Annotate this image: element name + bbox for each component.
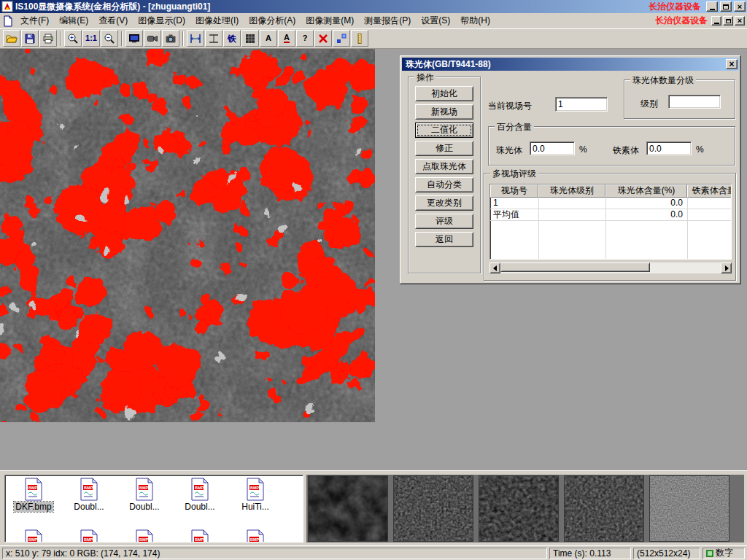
bmp-file-icon: [80, 478, 98, 501]
pearlite-percent-input[interactable]: [530, 141, 575, 155]
table-hscrollbar: [489, 262, 732, 273]
scrollbar-thumb[interactable]: [500, 262, 650, 272]
print-button[interactable]: [39, 30, 57, 47]
pearlite-dialog: 珠光体(GB/T9441-88) × 操作 初始化 新视场 二值化 修正 点取珠…: [400, 55, 741, 284]
mode-label: 数字: [716, 548, 733, 559]
help-button[interactable]: ?: [296, 30, 314, 47]
col-pearlite-grade[interactable]: 珠光体级别: [538, 184, 605, 198]
thumbnail-4[interactable]: [564, 475, 644, 542]
grading-table: 视场号 珠光体级别 珠光体含量(%) 铁素体含量(%) 1 0.0: [489, 184, 732, 260]
file-item-partial[interactable]: [62, 529, 116, 542]
file-item-partial[interactable]: [7, 529, 61, 542]
delete-annotation-button[interactable]: [314, 30, 332, 47]
minimize-button[interactable]: [706, 1, 718, 12]
grid-overlay-button[interactable]: [241, 30, 259, 47]
snapshot-button[interactable]: [162, 30, 179, 47]
ferrite-percent-input[interactable]: [646, 141, 692, 155]
menu-image-analysis[interactable]: 图像分析(A): [244, 13, 301, 28]
bmp-file-icon: [80, 529, 98, 542]
level-input[interactable]: [668, 95, 721, 109]
grade-button[interactable]: 评级: [415, 214, 473, 229]
menu-help[interactable]: 帮助(H): [455, 13, 495, 28]
bmp-file-icon: [24, 478, 43, 501]
file-item[interactable]: DKF.bmp: [7, 478, 61, 512]
file-item[interactable]: Doubl...: [62, 478, 116, 512]
col-ferrite-content[interactable]: 铁素体含量(%): [687, 184, 731, 198]
bmp-file-icon: [246, 529, 265, 542]
open-button[interactable]: [3, 30, 20, 47]
preview-button[interactable]: [125, 30, 143, 47]
table-header-row: 视场号 珠光体级别 珠光体含量(%) 铁素体含量(%): [490, 184, 731, 198]
marker-tool-button[interactable]: [333, 30, 350, 47]
pick-pearlite-button[interactable]: 点取珠光体: [415, 159, 473, 174]
col-field-number[interactable]: 视场号: [490, 184, 538, 198]
thumbnail-3[interactable]: [479, 475, 559, 542]
thumbnail-2[interactable]: [393, 475, 473, 542]
menu-image-processing[interactable]: 图像处理(I): [190, 13, 244, 28]
thumbnail-5[interactable]: [649, 475, 729, 542]
save-button[interactable]: [21, 30, 39, 47]
current-field-input[interactable]: [555, 97, 608, 112]
file-item-partial[interactable]: [117, 529, 171, 542]
caliper-measure-button[interactable]: [187, 30, 204, 47]
multi-field-group-label: 多视场评级: [490, 168, 538, 180]
menu-settings[interactable]: 设置(S): [416, 13, 455, 28]
dialog-close-button[interactable]: ×: [726, 59, 738, 69]
file-name: HuiTi...: [240, 502, 271, 512]
menu-edit[interactable]: 编辑(E): [54, 13, 93, 28]
grade-group: 珠光体数量分级 级别: [624, 79, 735, 119]
dialog-title-bar[interactable]: 珠光体(GB/T9441-88) ×: [402, 58, 739, 71]
font-a-underline-icon: A: [284, 34, 290, 43]
new-field-button[interactable]: 新视场: [415, 104, 473, 120]
document-icon[interactable]: [2, 15, 14, 27]
file-item-partial[interactable]: [228, 529, 282, 542]
mode-panel: 数字: [703, 548, 745, 559]
menu-measure-report[interactable]: 测量报告(P): [359, 13, 416, 28]
micrograph-image[interactable]: [0, 49, 375, 422]
table-row[interactable]: 平均值 0.0: [490, 209, 731, 221]
text-style-button[interactable]: A: [278, 30, 295, 47]
file-item-partial[interactable]: [173, 529, 227, 542]
menu-image-measure[interactable]: 图像测量(M): [301, 13, 359, 28]
cell-pearlite: 0.0: [605, 209, 687, 220]
file-item[interactable]: Doubl...: [117, 478, 171, 512]
font-a-icon: A: [266, 34, 271, 42]
vernier-measure-button[interactable]: [205, 30, 222, 47]
col-pearlite-content[interactable]: 珠光体含量(%): [605, 184, 687, 198]
change-class-button[interactable]: 更改类别: [415, 195, 473, 211]
operations-group: 操作 初始化 新视场 二值化 修正 点取珠光体 自动分类 更改类别 评级 返回: [408, 77, 481, 273]
ruler-button[interactable]: [351, 30, 368, 47]
return-button[interactable]: 返回: [415, 232, 473, 247]
menu-view[interactable]: 查看(V): [93, 13, 133, 28]
table-row[interactable]: 1 0.0: [490, 198, 731, 209]
toolbar-separator: [182, 31, 184, 46]
close-button[interactable]: ×: [734, 1, 746, 12]
menu-image-display[interactable]: 图像显示(D): [133, 13, 190, 28]
mdi-minimize-button[interactable]: [711, 16, 721, 26]
ferrite-unit: %: [696, 144, 704, 155]
scroll-right-button[interactable]: [721, 262, 732, 273]
file-name: Doubl...: [183, 502, 216, 512]
init-button[interactable]: 初始化: [415, 86, 473, 101]
maximize-button[interactable]: [720, 1, 732, 12]
thumbnail-1[interactable]: [308, 475, 388, 542]
ferrite-label: 铁素体: [613, 144, 639, 157]
auto-classify-button[interactable]: 自动分类: [415, 177, 473, 192]
zoom-out-button[interactable]: [101, 30, 118, 47]
pearlite-unit: %: [579, 144, 587, 155]
file-item[interactable]: Doubl...: [173, 478, 227, 512]
binarize-button[interactable]: 二值化: [415, 122, 473, 138]
mdi-restore-button[interactable]: [723, 16, 733, 26]
ferrite-tool-button[interactable]: 铁: [223, 30, 241, 47]
mdi-close-button[interactable]: ×: [735, 16, 745, 26]
zoom-out-icon: [104, 33, 115, 44]
scroll-left-button[interactable]: [489, 262, 500, 273]
zoom-in-button[interactable]: [64, 30, 82, 47]
monitor-icon: [128, 33, 140, 44]
video-capture-button[interactable]: [144, 30, 161, 47]
zoom-actual-button[interactable]: 1:1: [82, 30, 100, 47]
file-item[interactable]: HuiTi...: [228, 478, 282, 512]
menu-file[interactable]: 文件(F): [15, 13, 54, 28]
correct-button[interactable]: 修正: [415, 141, 473, 156]
text-annotate-button[interactable]: A: [260, 30, 277, 47]
